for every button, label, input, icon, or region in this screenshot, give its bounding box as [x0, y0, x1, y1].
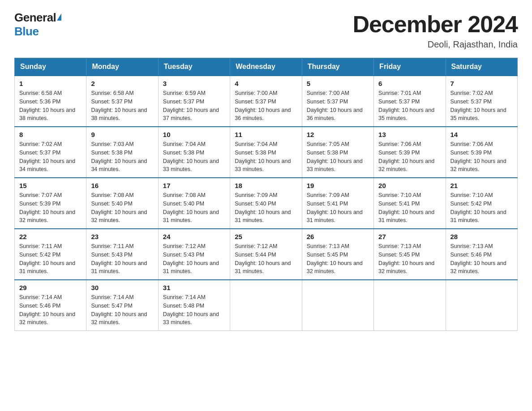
day-info: Sunrise: 6:59 AMSunset: 5:37 PMDaylight:…: [163, 90, 219, 121]
day-number: 18: [235, 182, 297, 189]
calendar-table: SundayMondayTuesdayWednesdayThursdayFrid…: [14, 58, 518, 331]
day-info: Sunrise: 7:12 AMSunset: 5:44 PMDaylight:…: [235, 243, 291, 274]
day-number: 22: [19, 233, 82, 240]
day-info: Sunrise: 7:13 AMSunset: 5:45 PMDaylight:…: [378, 243, 434, 274]
calendar-cell: 29 Sunrise: 7:14 AMSunset: 5:46 PMDaylig…: [15, 280, 86, 331]
calendar-cell: [302, 280, 373, 331]
week-row-5: 29 Sunrise: 7:14 AMSunset: 5:46 PMDaylig…: [15, 280, 518, 331]
day-number: 2: [91, 80, 153, 87]
day-number: 17: [163, 182, 225, 189]
day-number: 8: [19, 131, 82, 138]
calendar-title: December 2024: [352, 11, 518, 38]
day-number: 21: [450, 182, 513, 189]
week-row-1: 1 Sunrise: 6:58 AMSunset: 5:36 PMDayligh…: [15, 76, 518, 127]
calendar-cell: 7 Sunrise: 7:02 AMSunset: 5:37 PMDayligh…: [446, 76, 517, 127]
day-number: 24: [163, 233, 225, 240]
week-row-4: 22 Sunrise: 7:11 AMSunset: 5:42 PMDaylig…: [15, 229, 518, 280]
day-header-sunday: Sunday: [15, 58, 86, 76]
day-header-wednesday: Wednesday: [230, 58, 302, 76]
title-section: December 2024 Deoli, Rajasthan, India: [352, 11, 518, 50]
day-info: Sunrise: 7:02 AMSunset: 5:37 PMDaylight:…: [450, 90, 506, 121]
day-info: Sunrise: 7:08 AMSunset: 5:40 PMDaylight:…: [91, 192, 147, 223]
day-info: Sunrise: 7:11 AMSunset: 5:43 PMDaylight:…: [91, 243, 147, 274]
day-info: Sunrise: 7:00 AMSunset: 5:37 PMDaylight:…: [307, 90, 363, 121]
calendar-cell: 22 Sunrise: 7:11 AMSunset: 5:42 PMDaylig…: [15, 229, 86, 280]
calendar-cell: 23 Sunrise: 7:11 AMSunset: 5:43 PMDaylig…: [86, 229, 158, 280]
logo-triangle-icon: [57, 13, 61, 21]
calendar-cell: 4 Sunrise: 7:00 AMSunset: 5:37 PMDayligh…: [230, 76, 302, 127]
day-number: 12: [307, 131, 369, 138]
calendar-cell: 9 Sunrise: 7:03 AMSunset: 5:38 PMDayligh…: [86, 127, 158, 178]
day-info: Sunrise: 7:14 AMSunset: 5:46 PMDaylight:…: [19, 294, 75, 325]
day-info: Sunrise: 7:14 AMSunset: 5:48 PMDaylight:…: [163, 294, 219, 325]
calendar-cell: 13 Sunrise: 7:06 AMSunset: 5:39 PMDaylig…: [374, 127, 446, 178]
day-number: 7: [450, 80, 513, 87]
calendar-cell: 24 Sunrise: 7:12 AMSunset: 5:43 PMDaylig…: [158, 229, 230, 280]
day-number: 4: [235, 80, 297, 87]
calendar-cell: 14 Sunrise: 7:06 AMSunset: 5:39 PMDaylig…: [446, 127, 517, 178]
calendar-cell: 5 Sunrise: 7:00 AMSunset: 5:37 PMDayligh…: [302, 76, 373, 127]
day-info: Sunrise: 7:04 AMSunset: 5:38 PMDaylight:…: [235, 141, 291, 172]
day-info: Sunrise: 7:11 AMSunset: 5:42 PMDaylight:…: [19, 243, 75, 274]
calendar-cell: 8 Sunrise: 7:02 AMSunset: 5:37 PMDayligh…: [15, 127, 86, 178]
calendar-cell: [446, 280, 517, 331]
calendar-cell: 27 Sunrise: 7:13 AMSunset: 5:45 PMDaylig…: [374, 229, 446, 280]
calendar-cell: 17 Sunrise: 7:08 AMSunset: 5:40 PMDaylig…: [158, 178, 230, 229]
logo-blue-text: Blue: [14, 25, 39, 39]
week-row-3: 15 Sunrise: 7:07 AMSunset: 5:39 PMDaylig…: [15, 178, 518, 229]
day-info: Sunrise: 6:58 AMSunset: 5:36 PMDaylight:…: [19, 90, 75, 121]
day-info: Sunrise: 7:00 AMSunset: 5:37 PMDaylight:…: [235, 90, 291, 121]
calendar-cell: 11 Sunrise: 7:04 AMSunset: 5:38 PMDaylig…: [230, 127, 302, 178]
day-info: Sunrise: 7:05 AMSunset: 5:38 PMDaylight:…: [307, 141, 363, 172]
day-number: 3: [163, 80, 225, 87]
calendar-cell: 21 Sunrise: 7:10 AMSunset: 5:42 PMDaylig…: [446, 178, 517, 229]
day-info: Sunrise: 7:04 AMSunset: 5:38 PMDaylight:…: [163, 141, 219, 172]
day-number: 20: [378, 182, 441, 189]
day-info: Sunrise: 7:13 AMSunset: 5:45 PMDaylight:…: [307, 243, 363, 274]
day-number: 13: [378, 131, 441, 138]
day-number: 26: [307, 233, 369, 240]
day-info: Sunrise: 7:13 AMSunset: 5:46 PMDaylight:…: [450, 243, 506, 274]
calendar-subtitle: Deoli, Rajasthan, India: [352, 39, 518, 50]
day-header-friday: Friday: [374, 58, 446, 76]
calendar-cell: 31 Sunrise: 7:14 AMSunset: 5:48 PMDaylig…: [158, 280, 230, 331]
day-header-monday: Monday: [86, 58, 158, 76]
day-number: 30: [91, 284, 153, 291]
day-info: Sunrise: 7:07 AMSunset: 5:39 PMDaylight:…: [19, 192, 75, 223]
day-header-saturday: Saturday: [446, 58, 517, 76]
calendar-cell: 20 Sunrise: 7:10 AMSunset: 5:41 PMDaylig…: [374, 178, 446, 229]
calendar-cell: 28 Sunrise: 7:13 AMSunset: 5:46 PMDaylig…: [446, 229, 517, 280]
day-info: Sunrise: 7:10 AMSunset: 5:41 PMDaylight:…: [378, 192, 434, 223]
day-number: 9: [91, 131, 153, 138]
day-number: 15: [19, 182, 82, 189]
calendar-cell: [374, 280, 446, 331]
day-number: 25: [235, 233, 297, 240]
day-number: 27: [378, 233, 441, 240]
day-number: 10: [163, 131, 225, 138]
day-number: 14: [450, 131, 513, 138]
logo: General Blue: [14, 11, 61, 39]
day-number: 5: [307, 80, 369, 87]
calendar-cell: 1 Sunrise: 6:58 AMSunset: 5:36 PMDayligh…: [15, 76, 86, 127]
day-info: Sunrise: 7:09 AMSunset: 5:41 PMDaylight:…: [307, 192, 363, 223]
day-header-thursday: Thursday: [302, 58, 373, 76]
calendar-cell: 18 Sunrise: 7:09 AMSunset: 5:40 PMDaylig…: [230, 178, 302, 229]
day-header-tuesday: Tuesday: [158, 58, 230, 76]
day-number: 11: [235, 131, 297, 138]
day-info: Sunrise: 7:09 AMSunset: 5:40 PMDaylight:…: [235, 192, 291, 223]
calendar-cell: 26 Sunrise: 7:13 AMSunset: 5:45 PMDaylig…: [302, 229, 373, 280]
calendar-cell: 3 Sunrise: 6:59 AMSunset: 5:37 PMDayligh…: [158, 76, 230, 127]
day-info: Sunrise: 7:02 AMSunset: 5:37 PMDaylight:…: [19, 141, 75, 172]
day-info: Sunrise: 7:14 AMSunset: 5:47 PMDaylight:…: [91, 294, 147, 325]
day-number: 29: [19, 284, 82, 291]
calendar-cell: 10 Sunrise: 7:04 AMSunset: 5:38 PMDaylig…: [158, 127, 230, 178]
day-number: 31: [163, 284, 225, 291]
calendar-cell: 2 Sunrise: 6:58 AMSunset: 5:37 PMDayligh…: [86, 76, 158, 127]
calendar-cell: 16 Sunrise: 7:08 AMSunset: 5:40 PMDaylig…: [86, 178, 158, 229]
calendar-cell: 30 Sunrise: 7:14 AMSunset: 5:47 PMDaylig…: [86, 280, 158, 331]
day-info: Sunrise: 7:12 AMSunset: 5:43 PMDaylight:…: [163, 243, 219, 274]
day-info: Sunrise: 7:06 AMSunset: 5:39 PMDaylight:…: [450, 141, 506, 172]
page-header: General Blue December 2024 Deoli, Rajast…: [14, 11, 518, 50]
days-header-row: SundayMondayTuesdayWednesdayThursdayFrid…: [15, 58, 518, 76]
calendar-cell: 15 Sunrise: 7:07 AMSunset: 5:39 PMDaylig…: [15, 178, 86, 229]
